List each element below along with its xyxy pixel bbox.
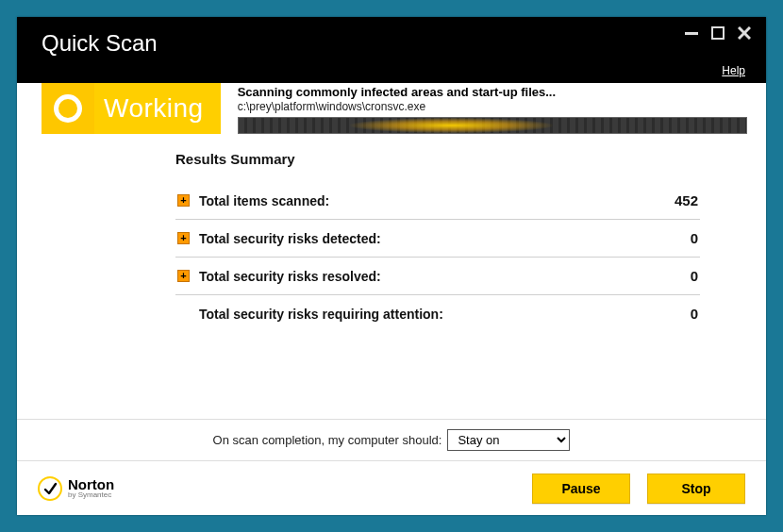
- row-value: 0: [632, 306, 698, 322]
- brand-name: Norton: [68, 477, 114, 491]
- status-row: Working Scanning commonly infected areas…: [17, 83, 766, 134]
- expand-icon[interactable]: +: [177, 270, 190, 282]
- working-icon: [42, 83, 94, 134]
- brand-sub: by Symantec: [68, 491, 114, 499]
- svg-rect-0: [685, 32, 698, 35]
- row-label: Total security risks resolved:: [199, 269, 632, 284]
- completion-bar: On scan completion, my computer should: …: [17, 419, 766, 460]
- results-row: + Total security risks detected: 0: [175, 220, 700, 258]
- norton-logo-icon: [38, 476, 62, 501]
- row-label: Total items scanned:: [199, 193, 632, 208]
- status-badge: Working: [17, 83, 221, 134]
- status-label: Working: [94, 83, 221, 134]
- row-value: 0: [632, 268, 698, 284]
- results-row: + Total items scanned: 452: [175, 182, 700, 220]
- results-panel: Results Summary + Total items scanned: 4…: [17, 134, 766, 419]
- svg-rect-1: [712, 27, 724, 39]
- results-title: Results Summary: [175, 151, 700, 167]
- completion-label: On scan completion, my computer should:: [213, 433, 442, 447]
- expand-icon[interactable]: +: [177, 232, 190, 244]
- progress-bar: [238, 117, 747, 134]
- completion-select[interactable]: Stay on: [447, 429, 570, 451]
- scan-message: Scanning commonly infected areas and sta…: [238, 85, 747, 99]
- maximize-icon[interactable]: [709, 25, 726, 42]
- scan-window: Quick Scan Help Working Scanning commonl…: [17, 17, 766, 515]
- expand-icon[interactable]: +: [177, 194, 190, 207]
- titlebar: Quick Scan Help: [17, 17, 766, 83]
- scan-current-file: c:\prey\platform\windows\cronsvc.exe: [238, 100, 747, 113]
- stop-button[interactable]: Stop: [647, 474, 745, 504]
- row-value: 0: [632, 230, 698, 246]
- help-link[interactable]: Help: [722, 64, 745, 77]
- minimize-icon[interactable]: [683, 25, 700, 42]
- brand: Norton by Symantec: [38, 476, 114, 501]
- pause-button[interactable]: Pause: [532, 474, 630, 504]
- row-label: Total security risks requiring attention…: [199, 307, 632, 322]
- footer: Norton by Symantec Pause Stop: [17, 460, 766, 515]
- window-controls: [683, 25, 753, 42]
- results-row: + Total security risks requiring attenti…: [175, 295, 700, 332]
- row-value: 452: [632, 192, 698, 208]
- scan-info: Scanning commonly infected areas and sta…: [221, 83, 766, 134]
- progress-glow: [350, 118, 553, 133]
- footer-buttons: Pause Stop: [532, 474, 745, 504]
- close-icon[interactable]: [736, 25, 753, 42]
- brand-text: Norton by Symantec: [68, 477, 114, 499]
- window-title: Quick Scan: [42, 30, 158, 57]
- results-row: + Total security risks resolved: 0: [175, 258, 700, 295]
- row-label: Total security risks detected:: [199, 231, 632, 246]
